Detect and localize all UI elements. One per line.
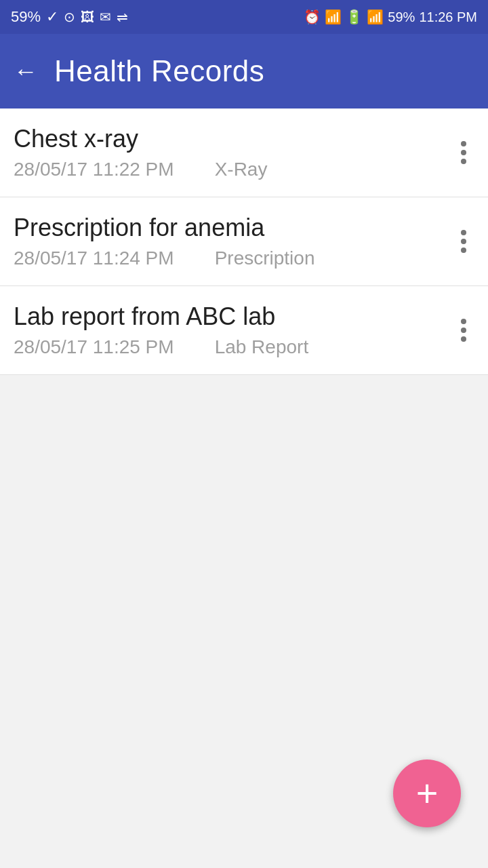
- record-info: Prescription for anemia 28/05/17 11:24 P…: [14, 214, 453, 269]
- add-icon: +: [416, 774, 439, 812]
- sync-icon: ⇌: [117, 9, 128, 25]
- record-date: 28/05/17 11:22 PM: [14, 159, 174, 180]
- page-title: Health Records: [54, 54, 264, 88]
- mail-icon: ✉: [100, 9, 111, 25]
- settings-icon: ⊙: [64, 9, 75, 25]
- dot-icon: [461, 159, 466, 164]
- record-title: Lab report from ABC lab: [14, 302, 453, 331]
- record-item[interactable]: Prescription for anemia 28/05/17 11:24 P…: [0, 197, 488, 286]
- record-meta: 28/05/17 11:22 PM X-Ray: [14, 159, 453, 180]
- dot-icon: [461, 319, 466, 324]
- status-bar: 59% ✓ ⊙ 🖼 ✉ ⇌ ⏰ 📶 🔋 📶 59% 11:26 PM: [0, 0, 488, 34]
- app-bar: ← Health Records: [0, 34, 488, 108]
- dot-icon: [461, 336, 466, 342]
- time: 11:26 PM: [419, 9, 477, 25]
- image-icon: 🖼: [81, 9, 94, 25]
- record-title: Chest x-ray: [14, 125, 453, 153]
- status-bar-left: 59% ✓ ⊙ 🖼 ✉ ⇌: [11, 8, 128, 26]
- more-options-button[interactable]: [453, 222, 474, 261]
- record-item[interactable]: Lab report from ABC lab 28/05/17 11:25 P…: [0, 286, 488, 375]
- signal-icon: 📶: [367, 9, 384, 25]
- more-options-button[interactable]: [453, 133, 474, 172]
- dot-icon: [461, 248, 466, 253]
- record-meta: 28/05/17 11:25 PM Lab Report: [14, 336, 453, 358]
- back-button[interactable]: ←: [14, 57, 38, 85]
- status-bar-right: ⏰ 📶 🔋 📶 59% 11:26 PM: [304, 9, 477, 25]
- dot-icon: [461, 150, 466, 155]
- record-date: 28/05/17 11:25 PM: [14, 336, 174, 358]
- dot-icon: [461, 239, 466, 244]
- record-date: 28/05/17 11:24 PM: [14, 248, 174, 269]
- alarm-icon: ⏰: [304, 9, 321, 25]
- record-info: Lab report from ABC lab 28/05/17 11:25 P…: [14, 302, 453, 358]
- records-list: Chest x-ray 28/05/17 11:22 PM X-Ray Pres…: [0, 108, 488, 375]
- check-icon: ✓: [46, 8, 58, 26]
- record-title: Prescription for anemia: [14, 214, 453, 242]
- record-meta: 28/05/17 11:24 PM Prescription: [14, 248, 453, 269]
- add-record-fab[interactable]: +: [393, 760, 461, 827]
- battery-percentage: 59%: [388, 9, 415, 25]
- dot-icon: [461, 328, 466, 333]
- record-type: Prescription: [215, 248, 315, 269]
- more-options-button[interactable]: [453, 311, 474, 350]
- dot-icon: [461, 230, 466, 235]
- record-item[interactable]: Chest x-ray 28/05/17 11:22 PM X-Ray: [0, 108, 488, 197]
- record-type: X-Ray: [215, 159, 268, 180]
- back-arrow-icon: ←: [14, 57, 38, 85]
- wifi-icon: 📶: [325, 9, 342, 25]
- dot-icon: [461, 141, 466, 146]
- record-info: Chest x-ray 28/05/17 11:22 PM X-Ray: [14, 125, 453, 180]
- battery-percentage-left: 59%: [11, 8, 41, 26]
- battery-icon: 🔋: [346, 9, 363, 25]
- record-type: Lab Report: [215, 336, 309, 358]
